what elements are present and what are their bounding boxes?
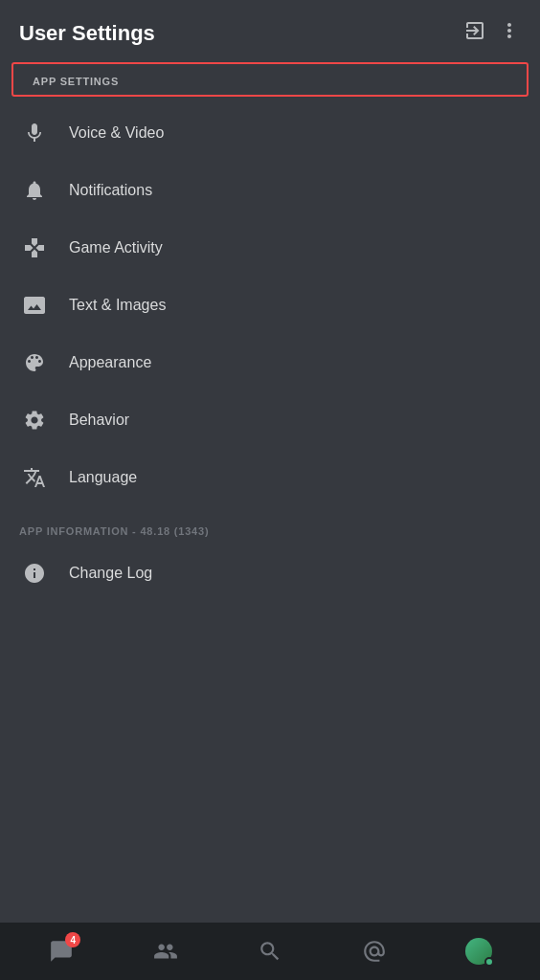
microphone-icon — [19, 118, 50, 148]
settings-content: APP SETTINGS Voice & Video Notifications… — [0, 62, 540, 980]
menu-item-changelog[interactable]: Change Log — [0, 545, 540, 602]
logout-icon[interactable] — [463, 19, 486, 47]
app-info-section-header: APP INFORMATION - 48.18 (1343) — [0, 506, 540, 545]
menu-item-language[interactable]: Language — [0, 449, 540, 506]
nav-item-friends[interactable] — [143, 928, 189, 974]
image-icon — [19, 290, 50, 321]
avatar-status — [484, 957, 494, 967]
nav-item-mentions[interactable] — [351, 928, 397, 974]
translate-icon — [19, 462, 50, 493]
language-label: Language — [69, 469, 137, 486]
header: User Settings — [0, 0, 540, 62]
app-settings-section-header: APP SETTINGS — [11, 62, 529, 97]
more-options-icon[interactable] — [498, 19, 521, 47]
notifications-label: Notifications — [69, 182, 152, 199]
nav-item-messages[interactable]: 4 — [38, 928, 84, 974]
menu-item-game-activity[interactable]: Game Activity — [0, 219, 540, 277]
changelog-label: Change Log — [69, 565, 152, 582]
bottom-navigation: 4 — [0, 923, 540, 980]
menu-item-behavior[interactable]: Behavior — [0, 391, 540, 449]
text-images-label: Text & Images — [69, 297, 166, 314]
palette-icon — [19, 347, 50, 378]
behavior-label: Behavior — [69, 412, 129, 429]
messages-badge: 4 — [65, 932, 80, 947]
page-title: User Settings — [19, 21, 155, 46]
menu-item-text-images[interactable]: Text & Images — [0, 277, 540, 334]
voice-video-label: Voice & Video — [69, 124, 164, 142]
game-activity-label: Game Activity — [69, 239, 163, 256]
info-icon — [19, 558, 50, 589]
gamepad-icon — [19, 233, 50, 263]
menu-item-appearance[interactable]: Appearance — [0, 334, 540, 391]
menu-item-voice-video[interactable]: Voice & Video — [0, 104, 540, 162]
header-actions — [463, 19, 521, 47]
appearance-label: Appearance — [69, 354, 151, 371]
nav-item-profile[interactable] — [456, 928, 502, 974]
gear-icon — [19, 405, 50, 435]
avatar — [465, 938, 492, 965]
nav-item-search[interactable] — [247, 928, 293, 974]
bell-icon — [19, 175, 50, 206]
menu-item-notifications[interactable]: Notifications — [0, 162, 540, 219]
